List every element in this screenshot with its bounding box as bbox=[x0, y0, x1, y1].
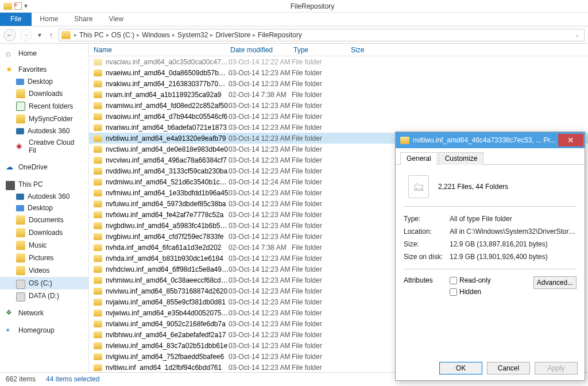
sizeondisk-value: 12.9 GB (13,901,926,400 bytes) bbox=[450, 253, 577, 261]
location-label: Location: bbox=[404, 227, 450, 236]
table-row[interactable]: nvam.inf_amd64_a1b1189235ca92a902-Oct-14… bbox=[89, 89, 588, 100]
col-date[interactable]: Date modified bbox=[226, 46, 289, 54]
folder-icon bbox=[94, 299, 102, 306]
sidebar-item-autodesk2[interactable]: Autodesk 360 bbox=[0, 191, 88, 202]
chevron-right-icon[interactable]: ▸ bbox=[74, 32, 77, 38]
window-title: FileRepository bbox=[37, 2, 588, 10]
file-name: nvbliwu.inf_amd64_e4a91320e9eafb79 bbox=[106, 134, 229, 142]
tab-customize[interactable]: Customize bbox=[439, 152, 484, 165]
sidebar-item-documents[interactable]: Documents bbox=[0, 214, 88, 226]
folder-icon bbox=[16, 114, 25, 123]
sidebar-network[interactable]: Network bbox=[0, 307, 88, 319]
hidden-input[interactable] bbox=[450, 288, 457, 296]
dialog-close-button[interactable]: ✕ bbox=[558, 134, 583, 146]
folder-icon bbox=[94, 277, 102, 284]
sidebar-home[interactable]: Home bbox=[0, 47, 88, 60]
apply-button[interactable]: Apply bbox=[535, 362, 578, 375]
sidebar-item-desktop[interactable]: Desktop bbox=[0, 76, 88, 87]
file-name: nvhda.inf_amd64_6fca61a1d3e2d202 bbox=[106, 244, 229, 252]
window-titlebar: ✶ ▾ FileRepository bbox=[0, 0, 588, 13]
breadcrumb[interactable]: Windows bbox=[141, 31, 171, 39]
breadcrumb[interactable]: OS (C:) bbox=[110, 31, 136, 39]
sidebar-item-downloads2[interactable]: Downloads bbox=[0, 226, 88, 239]
table-row[interactable]: nvaoiwu.inf_amd64_d7b944bc05546cf603-Oct… bbox=[89, 111, 588, 122]
sidebar-homegroup[interactable]: Homegroup bbox=[0, 324, 88, 337]
folder-icon bbox=[16, 228, 25, 237]
chevron-right-icon[interactable]: ▸ bbox=[253, 32, 256, 38]
recent-icon bbox=[16, 102, 25, 111]
sidebar-item-mysync[interactable]: MySyncFolder bbox=[0, 113, 88, 125]
file-date: 03-Oct-14 12:23 AM bbox=[229, 200, 292, 208]
nav-back-button[interactable]: ← bbox=[3, 29, 16, 41]
sidebar-favorites[interactable]: Favorites bbox=[0, 63, 88, 76]
sidebar-item-videos[interactable]: Videos bbox=[0, 264, 88, 277]
chevron-right-icon[interactable]: ▸ bbox=[106, 32, 109, 38]
sidebar-item-desktop2[interactable]: Desktop bbox=[0, 202, 88, 214]
ribbon-tab-file[interactable]: File bbox=[0, 13, 32, 26]
sidebar-item-autodesk[interactable]: Autodesk 360 bbox=[0, 125, 88, 137]
advanced-button[interactable]: Advanced... bbox=[533, 276, 577, 289]
breadcrumb[interactable]: This PC bbox=[78, 31, 105, 39]
qat-properties-icon[interactable] bbox=[3, 3, 12, 10]
sidebar-item-datad[interactable]: DATA (D:) bbox=[0, 290, 88, 302]
readonly-input[interactable] bbox=[450, 277, 457, 284]
drive-icon bbox=[16, 292, 25, 302]
sidebar-item-recent[interactable]: Recent folders bbox=[0, 100, 88, 113]
dialog-titlebar[interactable]: nvltiwu.inf_amd64_46c4a73338c7ec53, ... … bbox=[396, 132, 585, 148]
sidebar-item-creativecloud[interactable]: Creative Cloud Fil bbox=[0, 137, 88, 156]
sidebar-item-pictures[interactable]: Pictures bbox=[0, 252, 88, 264]
table-row[interactable]: nvamiwu.inf_amd64_fd08ed22c852af5003-Oct… bbox=[89, 100, 588, 111]
summary-text: 2,221 Files, 44 Folders bbox=[438, 183, 508, 191]
nav-forward-button[interactable]: → bbox=[20, 29, 32, 41]
sidebar-onedrive[interactable]: OneDrive bbox=[0, 161, 88, 173]
sidebar-item-downloads[interactable]: Downloads bbox=[0, 87, 88, 100]
hidden-checkbox[interactable]: Hidden bbox=[450, 288, 533, 296]
readonly-checkbox[interactable]: Read-only bbox=[450, 276, 533, 284]
ribbon-tab-home[interactable]: Home bbox=[32, 13, 66, 26]
file-date: 03-Oct-14 12:23 AM bbox=[229, 342, 292, 350]
file-date: 03-Oct-14 12:23 AM bbox=[229, 364, 292, 372]
size-value: 12.9 GB (13,897,816,201 bytes) bbox=[450, 240, 577, 248]
col-type[interactable]: Type bbox=[289, 46, 346, 54]
nav-pane: Home Favorites Desktop Downloads Recent … bbox=[0, 44, 89, 372]
sidebar-item-osc[interactable]: OS (C:) bbox=[0, 277, 88, 290]
breadcrumb[interactable]: DriverStore bbox=[214, 31, 252, 39]
tab-general[interactable]: General bbox=[400, 152, 438, 165]
file-type: File folder bbox=[292, 342, 349, 350]
table-row[interactable]: nvakiwu.inf_amd64_2163830377b70cd303-Oct… bbox=[89, 78, 588, 89]
file-name: nvfmiwu.inf_amd64_1e33bdfdd1b96a45 bbox=[106, 189, 229, 197]
breadcrumb[interactable]: FileRepository bbox=[257, 31, 303, 39]
table-row[interactable]: nvaeiwu.inf_amd64_0da86509db57bd7503-Oct… bbox=[89, 67, 588, 78]
qat-newfolder-icon[interactable]: ✶ bbox=[14, 2, 22, 10]
file-date: 03-Oct-14 12:23 AM bbox=[229, 287, 292, 295]
folder-icon bbox=[94, 102, 102, 109]
col-size[interactable]: Size bbox=[346, 46, 381, 54]
ribbon-tab-share[interactable]: Share bbox=[66, 13, 100, 26]
nav-recent-dropdown[interactable]: ▾ bbox=[36, 31, 44, 39]
folder-icon bbox=[94, 200, 102, 207]
breadcrumb[interactable]: System32 bbox=[176, 31, 209, 39]
sidebar-thispc[interactable]: This PC bbox=[0, 178, 88, 191]
file-date: 03-Oct-14 12:23 AM bbox=[229, 353, 292, 361]
table-row[interactable]: nvaciwu.inf_amd64_a0c35d0ca00c47d703-Oct… bbox=[89, 56, 588, 67]
file-date: 03-Oct-14 12:23 AM bbox=[229, 254, 292, 263]
nav-up-button[interactable]: ↑ bbox=[47, 31, 55, 39]
address-bar[interactable]: ▸ This PC ▸ OS (C:) ▸ Windows ▸ System32… bbox=[59, 29, 585, 41]
cancel-button[interactable]: Cancel bbox=[487, 362, 530, 375]
ribbon-tab-view[interactable]: View bbox=[100, 13, 131, 26]
file-type: File folder bbox=[292, 134, 349, 142]
cloud-icon bbox=[6, 163, 15, 172]
sidebar-item-music[interactable]: Music bbox=[0, 239, 88, 252]
file-name: nvjwiwu.inf_amd64_e35b44d005207599 bbox=[106, 309, 229, 317]
chevron-right-icon[interactable]: ▸ bbox=[172, 32, 175, 38]
chevron-right-icon[interactable]: ▸ bbox=[210, 32, 213, 38]
ok-button[interactable]: OK bbox=[439, 362, 482, 375]
homegroup-icon bbox=[6, 326, 15, 335]
address-dropdown-icon[interactable]: ⌄ bbox=[575, 32, 579, 38]
qat-dropdown-icon[interactable]: ▾ bbox=[24, 2, 33, 11]
file-type: File folder bbox=[292, 156, 349, 164]
file-type: File folder bbox=[292, 364, 349, 372]
col-name[interactable]: Name bbox=[89, 46, 226, 54]
chevron-right-icon[interactable]: ▸ bbox=[137, 32, 140, 38]
file-date: 02-Oct-14 7:38 AM bbox=[229, 91, 292, 99]
